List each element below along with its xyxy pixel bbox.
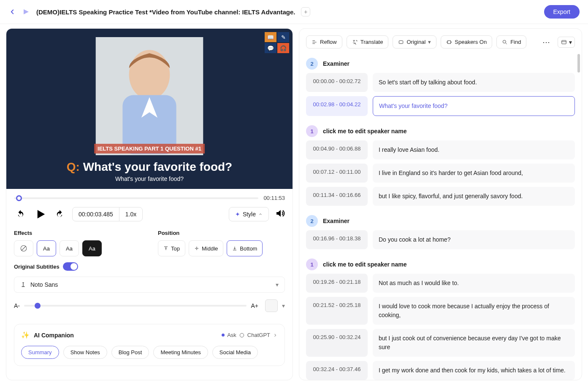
svg-rect-8 [562, 40, 566, 43]
line-text[interactable]: I would love to cook more because I actu… [373, 297, 575, 325]
transcript-line[interactable]: 00:21.52 - 00:25.18I would love to cook … [306, 297, 575, 325]
play-button[interactable] [33, 207, 47, 221]
page-title[interactable]: (DEMO)IELTS Speaking Practice Test *Vide… [36, 8, 295, 16]
font-size-minus[interactable]: A- [14, 302, 20, 309]
scrollbar[interactable] [577, 54, 580, 73]
line-time[interactable]: 00:11.34 - 00:16.66 [306, 187, 368, 206]
line-time[interactable]: 00:07.12 - 00:11.00 [306, 164, 368, 183]
find-button[interactable]: Find [496, 35, 526, 48]
chevron-down-icon: ▾ [276, 281, 279, 288]
position-bottom[interactable]: Bottom [227, 240, 263, 256]
doc-icon [22, 8, 30, 16]
transcript-line[interactable]: 00:32.24 - 00:37.46I get my work done an… [306, 361, 575, 380]
video-player[interactable]: 📖 ✎ 💬 🎧 IELTS SPEAKING PART 1 QUESTION #… [6, 29, 293, 189]
line-text[interactable]: but I just cook out of convenience becau… [373, 329, 575, 357]
transcript-line[interactable]: 00:25.90 - 00:32.24but I just cook out o… [306, 329, 575, 357]
speaker-row: 2Examiner [306, 210, 575, 230]
view-mode-button[interactable]: ▾ [558, 37, 575, 48]
speaker-badge: 2 [306, 215, 318, 227]
chevron-right-icon [273, 333, 278, 338]
line-time[interactable]: 00:04.90 - 00:06.88 [306, 140, 368, 159]
chevron-down-icon: ▾ [428, 39, 431, 45]
line-text[interactable]: I live in England so it's harder to get … [373, 164, 575, 183]
speaker-row: 1click me to edit speaker name [306, 253, 575, 274]
orig-subtitles-toggle[interactable] [63, 262, 78, 271]
position-middle[interactable]: Middle [189, 240, 223, 256]
video-progress[interactable] [14, 197, 258, 199]
line-text[interactable]: I get my work done and then cook for my … [373, 361, 575, 380]
effect-normal[interactable]: Aa [60, 240, 79, 256]
right-panel: Reflow Translate Original ▾ Speakers On … [299, 28, 582, 380]
svg-point-4 [240, 333, 244, 337]
export-button[interactable]: Export [544, 5, 580, 19]
effect-none[interactable] [14, 240, 33, 256]
line-time[interactable]: 00:32.24 - 00:37.46 [306, 361, 368, 380]
speaker-name[interactable]: Examiner [323, 218, 350, 224]
transcript-line[interactable]: 00:11.34 - 00:16.66but I like spicy, fla… [306, 187, 575, 206]
line-time[interactable]: 00:19.26 - 00:21.18 [306, 274, 368, 293]
speaker-row: 1click me to edit speaker name [306, 120, 575, 140]
font-size-plus[interactable]: A+ [251, 302, 258, 309]
reflow-button[interactable]: Reflow [306, 35, 342, 48]
line-text[interactable]: So let's start off by talking about food… [373, 73, 575, 92]
more-button[interactable]: ⋯ [539, 36, 553, 48]
transcript-line[interactable]: 00:00.00 - 00:02.72So let's start off by… [306, 73, 575, 92]
effect-box[interactable]: Aa [82, 240, 102, 256]
line-time[interactable]: 00:21.52 - 00:25.18 [306, 297, 368, 325]
left-panel: 📖 ✎ 💬 🎧 IELTS SPEAKING PART 1 QUESTION #… [6, 28, 293, 380]
transcript-line[interactable]: 00:16.96 - 00:18.38Do you cook a lot at … [306, 230, 575, 249]
back-button[interactable] [8, 8, 16, 16]
line-time[interactable]: 00:25.90 - 00:32.24 [306, 329, 368, 357]
video-duration: 00:11:53 [263, 195, 285, 201]
video-subtitle: What's your favorite food? [115, 175, 184, 182]
ai-chip-meeting-minutes[interactable]: Meeting Minutes [153, 346, 208, 359]
header: (DEMO)IELTS Speaking Practice Test *Vide… [0, 0, 588, 24]
add-button[interactable]: + [301, 7, 310, 16]
font-color-swatch[interactable] [265, 299, 278, 312]
effect-outline[interactable]: Aa [37, 240, 56, 256]
badge-book-icon: 📖 [265, 32, 276, 42]
chatgpt-icon [239, 332, 245, 338]
speakers-button[interactable]: Speakers On [441, 35, 492, 48]
align-middle-icon [194, 246, 199, 251]
line-text[interactable]: What's your favorite food? [373, 96, 575, 116]
ai-chip-blog-post[interactable]: Blog Post [111, 346, 149, 359]
line-text[interactable]: Not as much as I would like to. [373, 274, 575, 293]
forward-button[interactable] [53, 207, 66, 221]
effects-title: Effects [14, 230, 141, 236]
rewind-button[interactable] [14, 207, 27, 221]
font-select[interactable]: Noto Sans ▾ [14, 277, 285, 293]
align-top-icon [163, 246, 168, 251]
translate-button[interactable]: Translate [347, 35, 389, 48]
timecode-input[interactable]: 00:00:03.485 [73, 207, 119, 221]
transcript-line[interactable]: 00:07.12 - 00:11.00I live in England so … [306, 164, 575, 183]
line-time[interactable]: 00:00.00 - 00:02.72 [306, 73, 368, 92]
transcript-line[interactable]: 00:19.26 - 00:21.18Not as much as I woul… [306, 274, 575, 293]
speed-selector[interactable]: 1.0x [119, 207, 142, 221]
line-time[interactable]: 00:02.98 - 00:04.22 [306, 96, 368, 116]
svg-rect-5 [399, 40, 403, 43]
chevron-down-icon: ▾ [282, 302, 285, 309]
position-top[interactable]: Top [158, 240, 185, 256]
speaker-name[interactable]: click me to edit speaker name [323, 128, 406, 135]
speaker-name[interactable]: click me to edit speaker name [323, 261, 406, 268]
ai-chip-show-notes[interactable]: Show Notes [63, 346, 107, 359]
line-text[interactable]: but I like spicy, flavorful, and just ge… [373, 187, 575, 206]
speaker-row: 2Examiner [306, 53, 575, 73]
line-text[interactable]: I really love Asian food. [373, 140, 575, 159]
font-size-slider[interactable] [24, 305, 247, 307]
ai-chip-summary[interactable]: Summary [21, 346, 59, 359]
transcript-line[interactable]: 00:04.90 - 00:06.88I really love Asian f… [306, 140, 575, 159]
line-time[interactable]: 00:16.96 - 00:18.38 [306, 230, 368, 249]
ai-chip-social-media[interactable]: Social Media [212, 346, 258, 359]
line-text[interactable]: Do you cook a lot at home? [373, 230, 575, 249]
volume-button[interactable] [275, 208, 285, 221]
speaker-name[interactable]: Examiner [323, 60, 350, 67]
original-dropdown[interactable]: Original ▾ [393, 35, 436, 48]
speaker-badge: 1 [306, 258, 318, 270]
transcript-line[interactable]: 00:02.98 - 00:04.22What's your favorite … [306, 96, 575, 116]
style-button[interactable]: ✦ Style [229, 207, 269, 221]
ai-title: AI Companion [34, 332, 74, 339]
align-bottom-icon [232, 246, 237, 251]
ask-chatgpt-link[interactable]: Ask ChatGPT [222, 332, 278, 338]
